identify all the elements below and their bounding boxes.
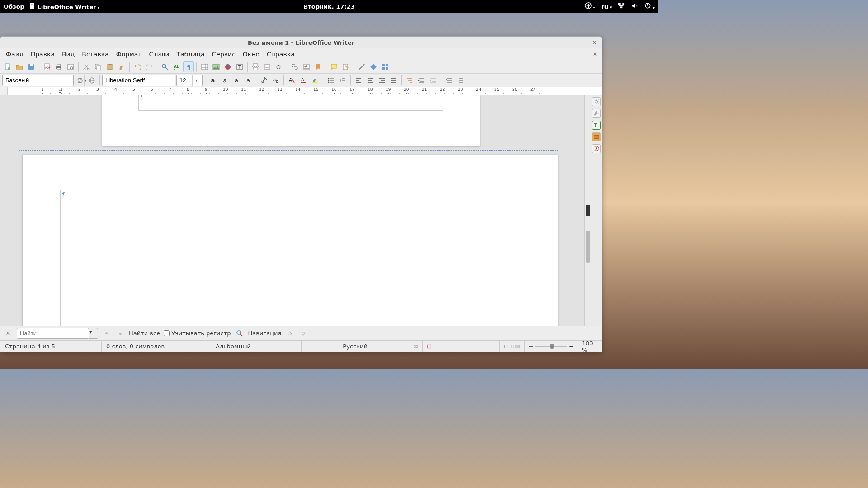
spellcheck-button[interactable]: Abc <box>171 61 182 72</box>
insert-image-button[interactable] <box>211 61 222 72</box>
horizontal-ruler[interactable]: 1123456789101112131415161718192021222324… <box>8 87 602 95</box>
nav-next-button[interactable] <box>298 328 308 338</box>
zoom-value[interactable]: 100 % <box>577 341 602 352</box>
menu-insert[interactable]: Вставка <box>78 49 112 59</box>
font-color-button[interactable]: A <box>298 75 309 86</box>
find-previous-button[interactable] <box>102 328 112 338</box>
font-size-input[interactable] <box>177 75 192 85</box>
insert-hyperlink-button[interactable] <box>289 61 300 72</box>
strikethrough-button[interactable]: a <box>243 75 254 86</box>
menu-tools[interactable]: Сервис <box>208 49 239 59</box>
chevron-down-icon[interactable]: ▾ <box>192 75 200 86</box>
find-all-button[interactable]: Найти все <box>129 330 160 337</box>
menu-styles[interactable]: Стили <box>146 49 173 59</box>
zoom-out-button[interactable]: − <box>528 343 533 350</box>
status-pagestyle[interactable]: Альбомный <box>211 341 302 352</box>
underline-button[interactable]: a <box>231 75 242 86</box>
find-input[interactable] <box>17 328 89 339</box>
zoom-knob[interactable] <box>550 344 554 349</box>
volume-menu[interactable] <box>631 2 638 10</box>
update-style-button[interactable] <box>75 75 85 86</box>
subscript-button[interactable]: ab <box>270 75 281 86</box>
export-pdf-button[interactable]: PDF <box>42 61 52 72</box>
highlight-button[interactable] <box>310 75 321 86</box>
status-wordcount[interactable]: 0 слов, 0 символов <box>102 341 211 352</box>
increase-spacing-button[interactable] <box>443 75 454 86</box>
keyboard-layout[interactable]: ru▾ <box>601 3 612 10</box>
bold-button[interactable]: a <box>208 75 218 86</box>
match-case-checkbox[interactable]: Учитывать регистр <box>164 330 231 337</box>
clear-formatting-button[interactable]: A <box>286 75 297 86</box>
italic-button[interactable]: a <box>219 75 230 86</box>
align-right-button[interactable] <box>377 75 387 86</box>
outline-bullet-button[interactable] <box>404 75 415 86</box>
zoom-track[interactable] <box>535 346 567 347</box>
document-canvas[interactable]: ¶ ¶ <box>0 95 585 326</box>
find-next-button[interactable] <box>115 328 125 338</box>
titlebar[interactable]: Без имени 1 - LibreOffice Writer ✕ <box>0 37 602 48</box>
insert-field-button[interactable] <box>262 61 273 72</box>
sidebar-styles[interactable]: T <box>592 121 601 130</box>
paragraph-style-combo[interactable]: ▾ <box>2 75 74 86</box>
find-replace-button[interactable] <box>160 61 170 72</box>
vertical-scrollbar[interactable] <box>585 95 591 326</box>
insert-special-character-button[interactable]: Ω <box>274 61 284 72</box>
basic-shapes-button[interactable] <box>368 61 379 72</box>
find-history-dropdown[interactable]: ▾ <box>89 328 98 339</box>
close-document-button[interactable]: ✕ <box>593 51 597 57</box>
font-name-combo[interactable]: ▾ <box>102 75 175 86</box>
decrease-spacing-button[interactable] <box>455 75 466 86</box>
show-draw-functions-button[interactable] <box>380 61 391 72</box>
sidebar-properties[interactable] <box>592 109 601 118</box>
activities-button[interactable]: Обзор <box>4 3 24 10</box>
sidebar-navigator[interactable] <box>592 144 601 153</box>
zoom-slider[interactable]: − + <box>525 343 577 350</box>
track-changes-button[interactable] <box>340 61 351 72</box>
nav-previous-button[interactable] <box>285 328 295 338</box>
increase-indent-button[interactable] <box>416 75 427 86</box>
selection-mode[interactable] <box>423 341 436 352</box>
close-findbar-button[interactable]: ✕ <box>3 328 13 338</box>
print-button[interactable] <box>53 61 64 72</box>
menu-help[interactable]: Справка <box>263 49 298 59</box>
align-left-button[interactable] <box>353 75 364 86</box>
formatting-marks-button[interactable]: ¶ <box>183 61 194 72</box>
superscript-button[interactable]: ab <box>259 75 269 86</box>
sidebar-gallery[interactable] <box>592 132 601 141</box>
status-language[interactable]: Русский <box>302 341 409 352</box>
print-preview-button[interactable] <box>65 61 76 72</box>
cut-button[interactable] <box>81 61 92 72</box>
clock[interactable]: Вторник, 17:23 <box>303 3 354 10</box>
menu-table[interactable]: Таблица <box>173 49 208 59</box>
insert-footnote-button[interactable]: ab <box>301 61 312 72</box>
view-layout[interactable] <box>500 341 525 352</box>
insert-line-button[interactable] <box>356 61 367 72</box>
page-break-button[interactable] <box>250 61 261 72</box>
insert-mode[interactable] <box>409 341 423 352</box>
match-case-input[interactable] <box>164 330 170 336</box>
align-center-button[interactable] <box>365 75 376 86</box>
network-menu[interactable] <box>618 2 625 10</box>
font-size-combo[interactable]: ▾ <box>176 75 203 86</box>
decrease-indent-button[interactable] <box>428 75 439 86</box>
insert-chart-button[interactable] <box>222 61 233 72</box>
status-page[interactable]: Страница 4 из 5 <box>0 341 102 352</box>
app-menu[interactable]: LibreOffice Writer▾ <box>29 3 99 10</box>
insert-comment-button[interactable] <box>329 61 340 72</box>
numbered-list-button[interactable]: 12 <box>337 75 348 86</box>
new-button[interactable] <box>2 61 13 72</box>
font-name-input[interactable] <box>103 75 184 85</box>
bullet-list-button[interactable] <box>326 75 336 86</box>
insert-table-button[interactable] <box>199 61 210 72</box>
find-and-replace-button[interactable] <box>235 328 245 338</box>
zoom-in-button[interactable]: + <box>569 343 574 350</box>
save-button[interactable] <box>26 61 37 72</box>
paragraph-style-input[interactable] <box>3 75 84 85</box>
menu-edit[interactable]: Правка <box>27 49 58 59</box>
sidebar-settings[interactable] <box>592 97 601 106</box>
menu-window[interactable]: Окно <box>239 49 263 59</box>
undo-button[interactable] <box>132 61 143 72</box>
insert-bookmark-button[interactable] <box>313 61 324 72</box>
power-menu[interactable]: ▾ <box>644 2 655 10</box>
copy-button[interactable] <box>93 61 104 72</box>
